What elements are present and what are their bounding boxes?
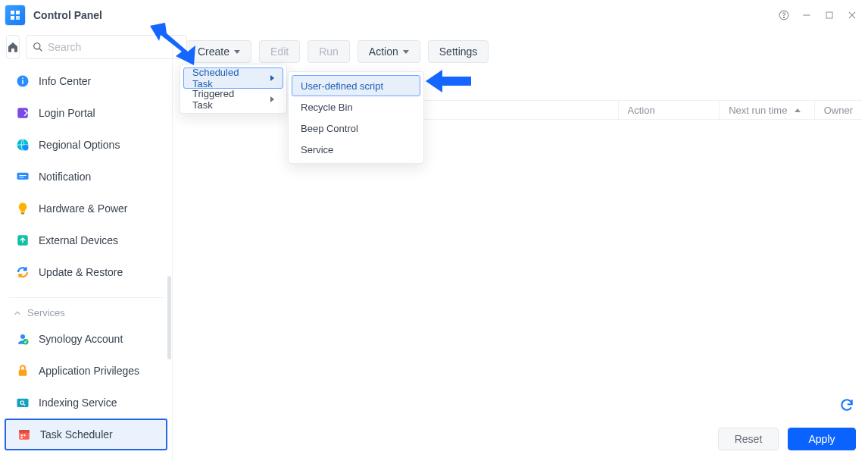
nav-item-indexing-service[interactable]: Indexing Service	[5, 387, 167, 419]
section-label: Services	[27, 307, 65, 318]
nav-label: Synology Account	[39, 333, 123, 345]
col-label: Action	[628, 105, 655, 116]
sidebar: Info Center Login Portal Regional Option…	[0, 30, 173, 461]
col-label: Next run time	[729, 105, 787, 116]
nav-label: Indexing Service	[39, 397, 117, 409]
upload-icon	[16, 234, 30, 247]
col-next-run[interactable]: Next run time	[720, 101, 815, 119]
nav-item-login-portal[interactable]: Login Portal	[5, 97, 167, 129]
svg-rect-23	[19, 370, 27, 376]
nav-label: External Devices	[39, 234, 118, 246]
nav-item-synology-account[interactable]: Synology Account	[5, 323, 167, 355]
svg-point-21	[20, 334, 25, 339]
portal-icon	[16, 106, 30, 120]
sidebar-scrollbar[interactable]	[167, 276, 171, 359]
annotation-arrow-script	[426, 68, 471, 96]
account-icon	[16, 332, 30, 346]
nav-label: Info Center	[39, 75, 91, 87]
menu-item-user-defined-script[interactable]: User-defined script	[292, 75, 420, 96]
menu-label: User-defined script	[301, 80, 383, 92]
menu-label: Recycle Bin	[301, 102, 353, 113]
svg-rect-14	[22, 78, 23, 80]
nav-item-task-scheduler[interactable]: Task Scheduler	[5, 419, 167, 450]
run-button[interactable]: Run	[308, 40, 350, 63]
calendar-icon	[17, 428, 31, 441]
nav-label: Hardware & Power	[39, 202, 128, 215]
nav-item-update-restore[interactable]: Update & Restore	[5, 256, 167, 288]
btn-label: Settings	[439, 45, 478, 58]
table-header: Action Next run time Owner	[373, 100, 862, 120]
col-owner[interactable]: Owner	[815, 101, 862, 119]
nav-item-hardware-power[interactable]: Hardware & Power	[5, 193, 167, 224]
nav-label: Notification	[39, 171, 91, 183]
help-button[interactable]	[773, 4, 795, 27]
window-title: Control Panel	[33, 9, 102, 21]
action-button[interactable]: Action	[358, 40, 420, 63]
annotation-arrow-create	[150, 23, 203, 71]
main-panel: Create Edit Run Action Settings Action N…	[173, 30, 868, 461]
caret-down-icon	[234, 50, 240, 54]
app-icon	[5, 5, 26, 26]
menu-item-triggered-task[interactable]: Triggered Task	[183, 89, 283, 110]
nav-divider	[9, 297, 163, 298]
svg-point-5	[783, 17, 784, 17]
apply-button[interactable]: Apply	[788, 428, 856, 450]
home-button[interactable]	[6, 35, 20, 59]
svg-point-10	[34, 43, 40, 49]
col-label: Owner	[824, 105, 853, 116]
close-button[interactable]	[841, 4, 863, 27]
svg-rect-24	[17, 399, 29, 407]
task-type-submenu: User-defined script Recycle Bin Beep Con…	[288, 71, 424, 164]
btn-label: Apply	[808, 433, 835, 445]
footer: Reset Apply	[718, 428, 856, 450]
svg-rect-0	[11, 11, 14, 14]
nav-item-info-center[interactable]: Info Center	[5, 65, 167, 97]
nav-label: Update & Restore	[39, 266, 123, 278]
svg-rect-7	[826, 12, 832, 18]
svg-point-17	[23, 145, 29, 151]
lock-icon	[16, 364, 30, 378]
info-icon	[16, 74, 30, 88]
menu-label: Triggered Task	[192, 88, 257, 111]
btn-label: Run	[319, 45, 339, 58]
btn-label: Action	[369, 45, 398, 58]
menu-label: Beep Control	[301, 123, 358, 134]
nav-section-services[interactable]: Services	[0, 303, 172, 323]
update-icon	[16, 265, 30, 279]
nav-item-notification[interactable]: Notification	[5, 161, 167, 193]
svg-rect-19	[21, 212, 25, 214]
svg-rect-29	[21, 434, 23, 436]
reset-button[interactable]: Reset	[718, 428, 779, 450]
nav-item-regional-options[interactable]: Regional Options	[5, 129, 167, 161]
svg-rect-30	[23, 434, 25, 436]
nav-label: Application Privileges	[39, 365, 139, 377]
menu-label: Service	[301, 144, 333, 155]
svg-line-11	[39, 49, 42, 51]
minimize-button[interactable]	[795, 4, 818, 27]
nav-label: Regional Options	[39, 139, 120, 151]
settings-button[interactable]: Settings	[428, 40, 489, 63]
caret-down-icon	[403, 50, 409, 54]
bulb-icon	[16, 202, 30, 215]
svg-rect-18	[17, 173, 29, 180]
chevron-right-icon	[270, 75, 274, 81]
col-action[interactable]: Action	[619, 101, 720, 119]
menu-item-scheduled-task[interactable]: Scheduled Task	[183, 67, 283, 89]
maximize-button[interactable]	[818, 4, 841, 27]
chevron-up-icon	[14, 309, 21, 317]
refresh-button[interactable]	[839, 397, 856, 414]
menu-item-beep-control[interactable]: Beep Control	[292, 118, 420, 139]
nav-item-external-devices[interactable]: External Devices	[5, 224, 167, 256]
create-menu: Scheduled Task Triggered Task	[180, 64, 287, 114]
menu-item-service[interactable]: Service	[292, 139, 420, 160]
nav-label: Login Portal	[39, 107, 95, 119]
nav-list: Info Center Login Portal Regional Option…	[0, 65, 172, 461]
menu-item-recycle-bin[interactable]: Recycle Bin	[292, 96, 420, 118]
nav-label: Task Scheduler	[40, 428, 113, 441]
nav-item-application-privileges[interactable]: Application Privileges	[5, 355, 167, 387]
regional-icon	[16, 138, 30, 152]
edit-button[interactable]: Edit	[259, 40, 300, 63]
svg-marker-34	[426, 70, 442, 93]
svg-rect-1	[16, 11, 20, 14]
svg-rect-33	[438, 77, 471, 86]
